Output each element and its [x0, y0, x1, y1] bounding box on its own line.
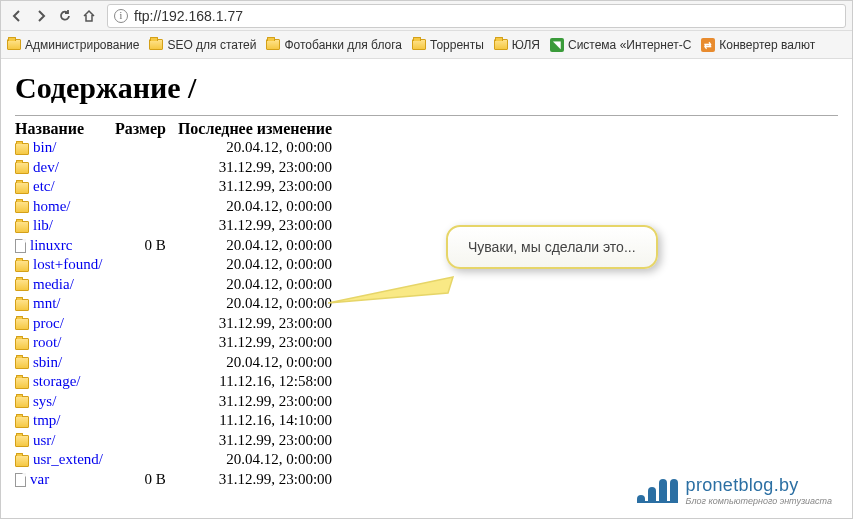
file-date: 11.12.16, 12:58:00 [178, 372, 344, 392]
annotation-callout: Чуваки, мы сделали это... [446, 225, 658, 269]
file-link[interactable]: usr/ [33, 432, 56, 448]
watermark-logo: pronetblog.by Блог компьютерного энтузиа… [637, 475, 832, 506]
forward-button[interactable] [31, 6, 51, 26]
folder-icon [15, 299, 29, 311]
bookmark-item[interactable]: Торренты [412, 38, 484, 52]
file-link[interactable]: etc/ [33, 178, 55, 194]
bookmark-item[interactable]: ⇄Конвертер валют [701, 38, 815, 52]
file-link[interactable]: sbin/ [33, 354, 62, 370]
file-size [115, 314, 178, 334]
folder-icon [266, 39, 280, 50]
bookmark-label: SEO для статей [167, 38, 256, 52]
bookmark-label: Администрирование [25, 38, 139, 52]
file-date: 20.04.12, 0:00:00 [178, 197, 344, 217]
file-link[interactable]: tmp/ [33, 412, 61, 428]
bookmark-item[interactable]: Администрирование [7, 38, 139, 52]
bookmark-item[interactable]: ◥Система «Интернет-С [550, 38, 691, 52]
file-size: 0 B [115, 236, 178, 256]
bookmarks-bar: АдминистрированиеSEO для статейФотобанки… [1, 31, 852, 59]
col-name-header: Название [15, 120, 115, 138]
file-date: 31.12.99, 23:00:00 [178, 333, 344, 353]
file-link[interactable]: storage/ [33, 373, 80, 389]
bookmark-label: Система «Интернет-С [568, 38, 691, 52]
file-size [115, 392, 178, 412]
file-listing-table: Название Размер Последнее изменение bin/… [15, 120, 344, 489]
file-size [115, 275, 178, 295]
home-button[interactable] [79, 6, 99, 26]
bookmark-label: ЮЛЯ [512, 38, 540, 52]
file-date: 20.04.12, 0:00:00 [178, 255, 344, 275]
table-row: media/20.04.12, 0:00:00 [15, 275, 344, 295]
file-link[interactable]: mnt/ [33, 295, 61, 311]
bookmark-item[interactable]: SEO для статей [149, 38, 256, 52]
file-size [115, 216, 178, 236]
file-date: 20.04.12, 0:00:00 [178, 353, 344, 373]
folder-icon [494, 39, 508, 50]
folder-icon [15, 455, 29, 467]
file-icon [15, 473, 26, 487]
file-link[interactable]: sys/ [33, 393, 56, 409]
callout-bubble: Чуваки, мы сделали это... [446, 225, 658, 269]
bookmark-label: Конвертер валют [719, 38, 815, 52]
browser-toolbar: i [1, 1, 852, 31]
page-title: Содержание / [15, 71, 838, 105]
logo-bars-icon [637, 479, 678, 503]
table-row: usr_extend/20.04.12, 0:00:00 [15, 450, 344, 470]
table-row: proc/31.12.99, 23:00:00 [15, 314, 344, 334]
file-link[interactable]: linuxrc [30, 237, 73, 253]
rss-icon: ◥ [550, 38, 564, 52]
logo-main-text: pronetblog.by [686, 475, 832, 496]
table-row: etc/31.12.99, 23:00:00 [15, 177, 344, 197]
file-link[interactable]: usr_extend/ [33, 451, 103, 467]
file-link[interactable]: var [30, 471, 49, 487]
file-link[interactable]: media/ [33, 276, 74, 292]
back-button[interactable] [7, 6, 27, 26]
file-size [115, 197, 178, 217]
folder-icon [15, 143, 29, 155]
table-row: storage/11.12.16, 12:58:00 [15, 372, 344, 392]
folder-icon [15, 279, 29, 291]
folder-icon [15, 357, 29, 369]
bookmark-label: Торренты [430, 38, 484, 52]
folder-icon [15, 260, 29, 272]
reload-button[interactable] [55, 6, 75, 26]
file-date: 20.04.12, 0:00:00 [178, 294, 344, 314]
bookmark-item[interactable]: ЮЛЯ [494, 38, 540, 52]
table-row: lost+found/20.04.12, 0:00:00 [15, 255, 344, 275]
folder-icon [15, 201, 29, 213]
site-info-icon[interactable]: i [114, 9, 128, 23]
file-date: 20.04.12, 0:00:00 [178, 138, 344, 158]
table-row: home/20.04.12, 0:00:00 [15, 197, 344, 217]
col-modified-header: Последнее изменение [178, 120, 344, 138]
file-link[interactable]: bin/ [33, 139, 56, 155]
file-link[interactable]: proc/ [33, 315, 64, 331]
folder-icon [7, 39, 21, 50]
file-size [115, 450, 178, 470]
file-date: 31.12.99, 23:00:00 [178, 314, 344, 334]
file-link[interactable]: dev/ [33, 159, 59, 175]
file-date: 31.12.99, 23:00:00 [178, 431, 344, 451]
file-size [115, 138, 178, 158]
file-size: 0 B [115, 470, 178, 490]
file-size [115, 431, 178, 451]
folder-icon [15, 377, 29, 389]
address-bar[interactable]: i [107, 4, 846, 28]
bookmark-item[interactable]: Фотобанки для блога [266, 38, 402, 52]
file-date: 20.04.12, 0:00:00 [178, 236, 344, 256]
file-link[interactable]: lib/ [33, 217, 53, 233]
folder-icon [15, 435, 29, 447]
file-date: 31.12.99, 23:00:00 [178, 470, 344, 490]
url-input[interactable] [134, 8, 839, 24]
file-size [115, 255, 178, 275]
bookmark-label: Фотобанки для блога [284, 38, 402, 52]
file-link[interactable]: home/ [33, 198, 71, 214]
table-row: var0 B31.12.99, 23:00:00 [15, 470, 344, 490]
file-date: 20.04.12, 0:00:00 [178, 450, 344, 470]
file-size [115, 158, 178, 178]
file-link[interactable]: lost+found/ [33, 256, 102, 272]
callout-tail-icon [328, 275, 458, 305]
file-link[interactable]: root/ [33, 334, 61, 350]
col-size-header: Размер [115, 120, 178, 138]
folder-icon [15, 182, 29, 194]
folder-icon [15, 396, 29, 408]
